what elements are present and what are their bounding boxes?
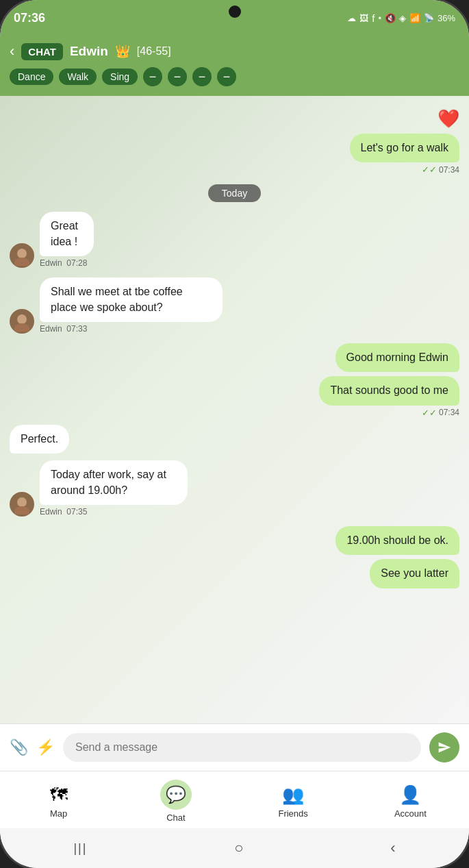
back-button-bottom[interactable]: ‹ <box>390 839 395 857</box>
bubble-sent-2: Good morning Edwin <box>335 343 459 372</box>
svg-point-0 <box>17 249 27 258</box>
nav-item-account[interactable]: 👤 Account <box>383 784 438 819</box>
received-row-4: Today after work, say at around 19.00h? … <box>10 460 257 517</box>
nav-label-chat: Chat <box>166 813 185 823</box>
bubble-received-1: Great idea ! <box>40 212 94 256</box>
received-content-4: Today after work, say at around 19.00h? … <box>40 460 257 517</box>
chat-header: ‹ CHAT Edwin 👑 [46-55] Dance Walk Sing −… <box>0 36 469 96</box>
minus-4[interactable]: − <box>217 67 236 86</box>
avatar-1 <box>10 243 34 268</box>
cloud-icon: ☁ <box>347 13 356 23</box>
minus-1[interactable]: − <box>143 67 162 86</box>
time-received-2: 07:33 <box>66 324 87 334</box>
svg-point-2 <box>17 314 27 324</box>
minus-2[interactable]: − <box>168 67 187 86</box>
bubble-received-4: Today after work, say at around 19.00h? <box>40 460 188 505</box>
wifi-icon: 📶 <box>409 13 420 23</box>
time-received-1: 07:28 <box>66 258 87 268</box>
date-separator: Today <box>10 184 459 202</box>
tag-list: Dance Walk Sing − − − − <box>10 67 459 86</box>
date-pill: Today <box>208 184 261 202</box>
attachment-icon[interactable]: 📎 <box>10 739 28 756</box>
meta-sent-1: ✓✓ 07:34 <box>422 164 459 175</box>
message-group-received-1: Great idea ! Edwin 07:28 <box>10 212 459 271</box>
time-sent-1: 07:34 <box>439 165 459 175</box>
heart-icon: ❤️ <box>438 108 459 129</box>
contact-name: Edwin <box>70 44 108 59</box>
bubble-sent-4: 19.00h should be ok. <box>335 526 459 555</box>
status-time: 07:36 <box>14 11 45 25</box>
battery-text: 36% <box>438 13 455 23</box>
message-group-sent-2: Good morning Edwin That sounds good to m… <box>10 343 459 418</box>
age-range: [46-55] <box>137 45 171 58</box>
meta-received-1: Edwin 07:28 <box>40 258 119 268</box>
tag-walk[interactable]: Walk <box>59 69 97 85</box>
bubble-received-3: Perfect. <box>10 425 69 454</box>
minus-3[interactable]: − <box>192 67 212 86</box>
home-button[interactable]: ○ <box>234 839 243 857</box>
nav-item-map[interactable]: 🗺 Map <box>31 784 86 819</box>
map-icon: 🗺 <box>50 784 68 806</box>
message-group-received-2: Shall we meet at tbe coffee place we spo… <box>10 277 459 336</box>
avatar-2 <box>10 309 34 334</box>
meta-received-2: Edwin 07:33 <box>40 324 309 334</box>
bottom-nav: 🗺 Map 💬 Chat 👥 Friends 👤 Account <box>0 771 469 828</box>
signal-icon: 📡 <box>424 13 434 23</box>
phone-inner: 07:36 ☁ 🖼 f • 🔇 ◈ 📶 📡 36% ‹ CHAT Edwin 👑… <box>0 0 469 868</box>
friends-icon: 👥 <box>282 784 304 806</box>
message-group-sent-1: Let's go for a walk ✓✓ 07:34 <box>10 134 459 175</box>
message-group-sent-3: 19.00h should be ok. See you latter <box>10 526 459 588</box>
dot-icon: • <box>378 13 381 23</box>
svg-point-1 <box>14 258 29 266</box>
message-group-received-4: Today after work, say at around 19.00h? … <box>10 460 459 519</box>
back-button[interactable]: ‹ <box>10 42 14 60</box>
facebook-icon: f <box>372 12 375 24</box>
check-icon-1: ✓✓ <box>422 164 437 175</box>
location-icon: ◈ <box>399 13 406 23</box>
check-icon-2: ✓✓ <box>422 408 437 418</box>
menu-button[interactable]: ||| <box>73 841 87 856</box>
chat-icon: 💬 <box>166 785 186 804</box>
svg-point-5 <box>14 506 29 514</box>
header-top: ‹ CHAT Edwin 👑 [46-55] <box>10 42 459 60</box>
chat-icon-wrap: 💬 <box>160 780 192 810</box>
bubble-received-2: Shall we meet at tbe coffee place we spo… <box>40 277 223 322</box>
chat-area: ❤️ Let's go for a walk ✓✓ 07:34 Today <box>0 96 469 723</box>
svg-point-4 <box>17 497 27 507</box>
sender-1: Edwin <box>40 258 62 268</box>
status-icons: ☁ 🖼 f • 🔇 ◈ 📶 📡 36% <box>347 12 455 24</box>
photo-icon: 🖼 <box>359 13 368 23</box>
mute-icon: 🔇 <box>385 13 396 23</box>
nav-item-friends[interactable]: 👥 Friends <box>266 784 320 819</box>
tag-sing[interactable]: Sing <box>102 69 138 85</box>
nav-label-map: Map <box>50 808 67 819</box>
nav-label-account: Account <box>394 808 427 819</box>
bottom-bar: ||| ○ ‹ <box>0 828 469 868</box>
chat-badge: CHAT <box>21 43 63 60</box>
meta-sent-2: ✓✓ 07:34 <box>422 408 459 418</box>
nav-label-friends: Friends <box>278 808 307 819</box>
bubble-sent-3: That sounds good to me <box>319 376 459 405</box>
tag-dance[interactable]: Dance <box>10 69 53 85</box>
avatar-3 <box>10 492 34 517</box>
send-button[interactable] <box>429 732 459 762</box>
lightning-icon[interactable]: ⚡ <box>36 739 55 756</box>
bubble-sent-5: See you latter <box>370 559 459 588</box>
bubble-sent-1: Let's go for a walk <box>350 134 459 162</box>
message-group-received-3: Perfect. <box>10 425 459 454</box>
time-sent-2: 07:34 <box>439 408 459 417</box>
sender-2: Edwin <box>40 324 62 334</box>
received-row-2: Shall we meet at tbe coffee place we spo… <box>10 277 309 334</box>
person-icon: 👑 <box>115 44 130 59</box>
account-icon: 👤 <box>399 784 421 806</box>
input-area: 📎 ⚡ <box>0 723 469 771</box>
message-input[interactable] <box>63 733 421 762</box>
svg-point-3 <box>14 323 29 332</box>
meta-received-4: Edwin 07:35 <box>40 507 257 517</box>
camera-notch <box>229 5 241 18</box>
received-row-1: Great idea ! Edwin 07:28 <box>10 212 119 268</box>
phone-frame: 07:36 ☁ 🖼 f • 🔇 ◈ 📶 📡 36% ‹ CHAT Edwin 👑… <box>0 0 469 868</box>
received-content-2: Shall we meet at tbe coffee place we spo… <box>40 277 309 334</box>
heart-container: ❤️ <box>10 108 459 129</box>
nav-item-chat[interactable]: 💬 Chat <box>149 780 203 823</box>
